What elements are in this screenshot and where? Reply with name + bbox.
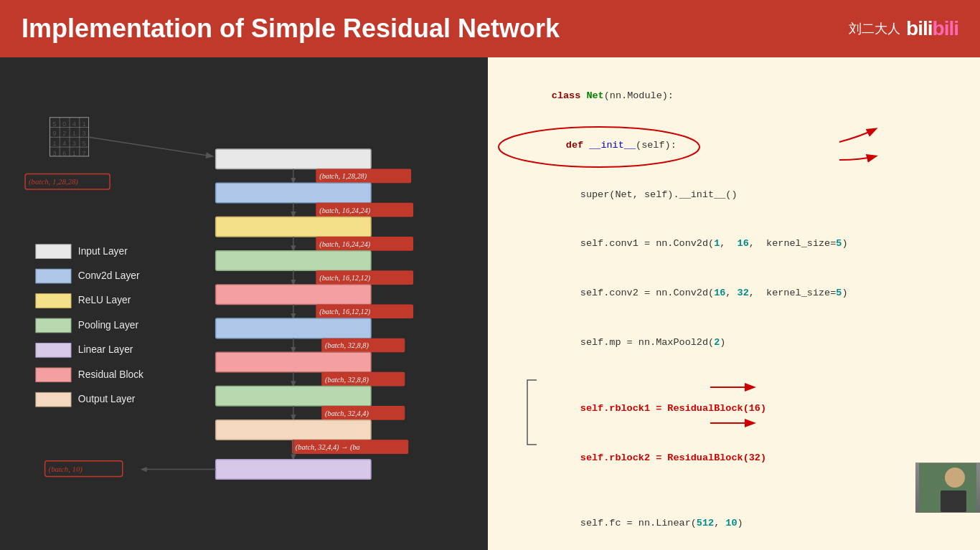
diagram-panel: 5 0 4 1 9 2 1 3 1 4 3 5 3 6 1 7 — [0, 57, 488, 550]
svg-text:6: 6 — [62, 150, 66, 157]
svg-rect-30 — [216, 183, 371, 203]
svg-rect-62 — [216, 460, 371, 480]
svg-text:(batch, 32,8,8): (batch, 32,8,8) — [325, 376, 369, 384]
svg-text:(batch, 16,12,12): (batch, 16,12,12) — [319, 274, 371, 283]
page-title: Implementation of Simple Residual Networ… — [22, 14, 560, 44]
svg-text:4: 4 — [62, 140, 66, 147]
svg-text:(batch, 1,28,28): (batch, 1,28,28) — [29, 177, 78, 186]
svg-text:2: 2 — [62, 130, 66, 137]
code-line-10 — [505, 483, 963, 499]
svg-text:(batch, 32,4,4) → (ba: (batch, 32,4,4) → (ba — [296, 443, 360, 452]
svg-text:9: 9 — [52, 130, 56, 137]
svg-rect-26 — [216, 149, 371, 169]
svg-text:(batch, 16,12,12): (batch, 16,12,12) — [319, 308, 371, 316]
svg-rect-83 — [941, 490, 966, 512]
svg-rect-46 — [216, 318, 371, 338]
svg-text:0: 0 — [62, 120, 66, 128]
svg-text:1: 1 — [83, 120, 86, 128]
svg-point-82 — [945, 468, 965, 488]
svg-text:(batch, 32,4,4): (batch, 32,4,4) — [325, 409, 369, 418]
svg-text:1: 1 — [52, 140, 56, 147]
svg-text:3: 3 — [72, 140, 76, 147]
svg-rect-78 — [36, 392, 71, 407]
svg-rect-34 — [216, 217, 371, 237]
svg-rect-58 — [216, 420, 371, 440]
header: Implementation of Simple Residual Networ… — [0, 0, 980, 57]
code-line-7 — [505, 368, 963, 384]
code-line-3: super(Net, self).__init__() — [505, 171, 963, 220]
svg-text:Residual Block: Residual Block — [78, 369, 143, 380]
svg-text:3: 3 — [52, 150, 56, 157]
svg-rect-50 — [216, 352, 371, 372]
svg-text:5: 5 — [52, 120, 56, 128]
thumbnail-person — [915, 463, 980, 513]
main-container: Implementation of Simple Residual Networ… — [0, 0, 980, 550]
svg-text:Output Layer: Output Layer — [78, 394, 136, 404]
svg-text:ReLU Layer: ReLU Layer — [78, 295, 131, 305]
code-line-2: def __init__(self): — [505, 121, 963, 171]
code-line-8: self.rblock1 = ResidualBlock(16) — [505, 384, 963, 434]
svg-text:5: 5 — [83, 140, 86, 147]
svg-line-23 — [89, 137, 212, 156]
code-line-1: class Net(nn.Module): — [505, 72, 963, 121]
code-line-9: self.rblock2 = ResidualBlock(32) — [505, 434, 963, 483]
content-area: 5 0 4 1 9 2 1 3 1 4 3 5 3 6 1 7 — [0, 57, 980, 550]
svg-text:(batch, 1,28,28): (batch, 1,28,28) — [319, 172, 367, 181]
svg-text:Pooling Layer: Pooling Layer — [78, 320, 139, 331]
code-line-4: self.conv1 = nn.Conv2d(1, 16, kernel_siz… — [505, 219, 963, 269]
svg-text:1: 1 — [72, 150, 76, 157]
svg-text:3: 3 — [83, 130, 86, 137]
svg-rect-66 — [36, 245, 71, 259]
code-line-6: self.mp = nn.MaxPool2d(2) — [505, 318, 963, 368]
svg-text:(batch, 16,24,24): (batch, 16,24,24) — [319, 207, 371, 215]
logo-area: 刘二大人 bilibili — [849, 17, 958, 40]
thumbnail — [915, 463, 980, 513]
svg-rect-76 — [36, 368, 71, 382]
svg-text:Input Layer: Input Layer — [78, 246, 128, 257]
logo-cn-text: 刘二大人 — [849, 20, 900, 37]
svg-rect-54 — [216, 387, 371, 407]
svg-text:(batch, 16,24,24): (batch, 16,24,24) — [319, 240, 371, 249]
svg-text:(batch, 10): (batch, 10) — [49, 465, 83, 474]
code-line-5: self.conv2 = nn.Conv2d(16, 32, kernel_si… — [505, 269, 963, 318]
code-panel: class Net(nn.Module): def __init__(self)… — [488, 57, 980, 550]
svg-rect-74 — [36, 343, 71, 358]
svg-rect-70 — [36, 294, 71, 308]
svg-text:(batch, 32,8,8): (batch, 32,8,8) — [325, 341, 369, 350]
bilibili-logo: bilibili — [906, 17, 958, 40]
svg-text:4: 4 — [72, 120, 76, 128]
svg-rect-72 — [36, 318, 71, 333]
svg-rect-68 — [36, 269, 71, 283]
svg-rect-42 — [216, 285, 371, 305]
svg-text:Conv2d Layer: Conv2d Layer — [78, 270, 140, 281]
svg-text:Linear Layer: Linear Layer — [78, 344, 133, 355]
svg-rect-38 — [216, 251, 371, 271]
svg-text:7: 7 — [83, 150, 86, 157]
network-diagram: 5 0 4 1 9 2 1 3 1 4 3 5 3 6 1 7 — [7, 65, 481, 495]
svg-text:1: 1 — [72, 130, 76, 137]
code-line-11: self.fc = nn.Linear(512, 10) — [505, 499, 963, 549]
person-silhouette — [919, 463, 976, 512]
